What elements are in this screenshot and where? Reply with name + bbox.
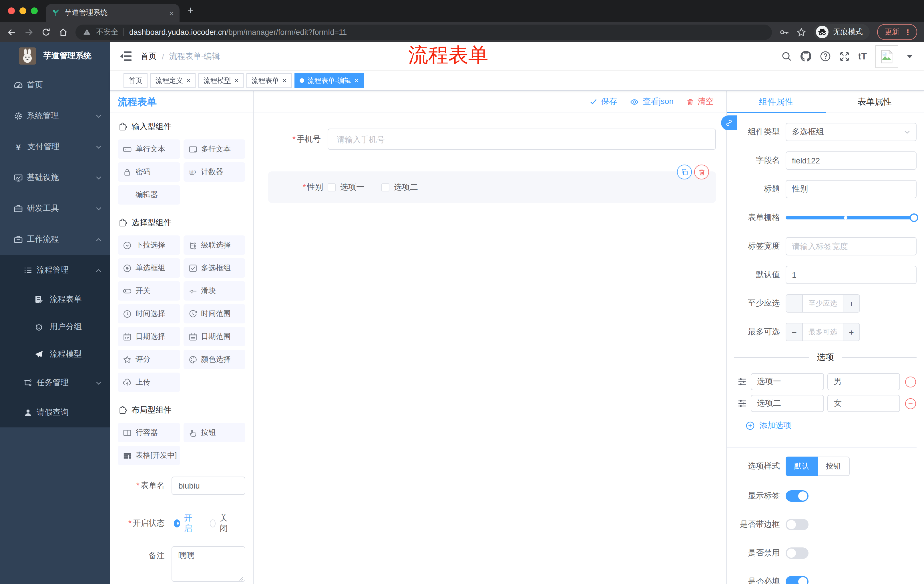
remark-textarea[interactable]: 嘿嘿 [172, 546, 245, 582]
canvas-field-phone[interactable]: *手机号 [262, 128, 716, 150]
tag-process-definition[interactable]: 流程定义× [150, 73, 196, 88]
comp-row-container[interactable]: 行容器 [118, 423, 180, 442]
tag-close-icon[interactable]: × [282, 77, 287, 84]
required-toggle[interactable] [785, 576, 808, 584]
option-label-input[interactable] [751, 395, 824, 412]
back-icon[interactable] [7, 27, 16, 37]
sidebar-logo[interactable]: 芋道管理系统 [0, 42, 110, 70]
tag-process-form[interactable]: 流程表单× [246, 73, 292, 88]
drag-handle-icon[interactable] [737, 399, 747, 408]
border-toggle[interactable] [785, 519, 808, 530]
comp-table[interactable]: 表格[开发中] [118, 446, 180, 465]
github-icon[interactable] [800, 51, 811, 62]
stepper-decrease-button[interactable]: − [786, 323, 803, 341]
component-type-select[interactable]: 多选框组 [785, 123, 917, 141]
tag-home[interactable]: 首页 [124, 73, 147, 88]
sidebar-item-leave-query[interactable]: 请假查询 [0, 398, 110, 428]
drag-handle-icon[interactable] [737, 377, 747, 386]
comp-rate[interactable]: 评分 [118, 350, 180, 369]
resize-handle-icon[interactable] [239, 577, 244, 581]
comp-input-text[interactable]: 单行文本 [118, 140, 180, 159]
form-grid-slider[interactable] [785, 216, 917, 219]
comp-checkbox-group[interactable]: 多选框组 [183, 258, 245, 278]
minimize-window-button[interactable] [20, 7, 26, 14]
reload-icon[interactable] [41, 27, 51, 37]
default-value-input[interactable] [785, 266, 917, 284]
stepper-decrease-button[interactable]: − [786, 295, 803, 312]
breadcrumb-home[interactable]: 首页 [141, 51, 157, 61]
comp-date-picker[interactable]: 日期选择 [118, 327, 180, 346]
option-value-input[interactable] [827, 395, 900, 412]
comp-upload[interactable]: 上传 [118, 373, 180, 392]
sidebar-item-infra[interactable]: 基础设施 [0, 162, 110, 193]
bookmark-star-icon[interactable] [797, 27, 806, 37]
checkbox-option-1[interactable]: 选项一 [328, 182, 364, 192]
save-button[interactable]: 保存 [590, 97, 617, 107]
password-key-icon[interactable] [779, 27, 789, 37]
stepper-value[interactable]: 最多可选 [803, 323, 843, 341]
stepper-increase-button[interactable]: + [843, 323, 860, 341]
sidebar-item-devtools[interactable]: 研发工具 [0, 193, 110, 224]
tag-close-icon[interactable]: × [234, 77, 238, 84]
panel-link-handle[interactable] [721, 115, 737, 130]
style-default-button[interactable]: 默认 [785, 457, 818, 476]
new-tab-button[interactable]: + [188, 5, 193, 15]
comp-password[interactable]: 密码 [118, 162, 180, 182]
sidebar-item-task-mgmt[interactable]: 任务管理 [0, 368, 110, 398]
phone-input[interactable] [328, 128, 716, 150]
tab-form-props[interactable]: 表单属性 [825, 91, 924, 113]
tag-close-icon[interactable]: × [186, 77, 190, 84]
view-json-button[interactable]: 查看json [630, 97, 673, 107]
remove-option-button[interactable]: − [905, 376, 916, 387]
sidebar-item-process-mgmt[interactable]: 流程管理 [0, 255, 110, 286]
tag-process-model[interactable]: 流程模型× [198, 73, 244, 88]
radio-open[interactable]: 开启 [174, 513, 196, 534]
label-width-input[interactable] [785, 237, 917, 255]
stepper-increase-button[interactable]: + [843, 295, 860, 312]
sidebar-item-workflow[interactable]: 工作流程 [0, 224, 110, 255]
add-option-button[interactable]: 添加选项 [746, 420, 917, 431]
disabled-toggle[interactable] [785, 548, 808, 559]
browser-tab[interactable]: 芋道管理系统 × [46, 4, 180, 22]
address-bar[interactable]: 不安全 dashboard.yudao.iocoder.cn/bpm/manag… [76, 24, 772, 40]
comp-button[interactable]: 按钮 [183, 423, 245, 442]
sidebar-item-home[interactable]: 首页 [0, 70, 110, 100]
maximize-window-button[interactable] [31, 7, 38, 14]
comp-switch[interactable]: 开关 [118, 281, 180, 301]
comp-slider[interactable]: 滑块 [183, 281, 245, 301]
tag-close-icon[interactable]: × [355, 77, 358, 84]
close-window-button[interactable] [8, 7, 15, 14]
comp-radio-group[interactable]: 单选框组 [118, 258, 180, 278]
font-size-icon[interactable]: tT [858, 51, 867, 61]
home-icon[interactable] [58, 27, 68, 37]
tag-process-form-edit[interactable]: 流程表单-编辑× [294, 73, 364, 88]
comp-time-picker[interactable]: 时间选择 [118, 304, 180, 323]
comp-time-range[interactable]: 时间范围 [183, 304, 245, 323]
checkbox-option-2[interactable]: 选项二 [381, 182, 418, 192]
style-button-button[interactable]: 按钮 [818, 457, 850, 476]
clear-button[interactable]: 清空 [686, 97, 714, 107]
comp-color-picker[interactable]: 颜色选择 [183, 350, 245, 369]
comp-select[interactable]: 下拉选择 [118, 235, 180, 255]
security-warning-icon[interactable] [83, 28, 91, 36]
comp-editor[interactable]: 编辑器 [118, 185, 180, 204]
sidebar-item-process-form[interactable]: 流程表单 [0, 286, 110, 313]
help-icon[interactable] [820, 51, 831, 62]
form-name-input[interactable] [172, 477, 245, 495]
canvas-field-gender-selected[interactable]: *性别 选项一 选项二 [268, 171, 716, 203]
comp-textarea[interactable]: 多行文本 [183, 140, 245, 159]
browser-menu-icon[interactable]: ⋮ [904, 28, 911, 36]
stepper-value[interactable]: 至少应选 [803, 295, 843, 312]
sidebar-item-user-group[interactable]: 用户分组 [0, 313, 110, 341]
field-title-input[interactable] [785, 180, 917, 198]
comp-counter[interactable]: 123计数器 [183, 162, 245, 182]
tab-component-props[interactable]: 组件属性 [727, 91, 825, 113]
hamburger-icon[interactable] [120, 51, 132, 61]
comp-cascader[interactable]: 级联选择 [183, 235, 245, 255]
option-label-input[interactable] [751, 373, 824, 390]
sidebar-item-system[interactable]: 系统管理 [0, 100, 110, 132]
fullscreen-icon[interactable] [839, 51, 850, 61]
avatar-caret-icon[interactable] [907, 54, 912, 58]
field-name-input[interactable] [785, 151, 917, 170]
remove-option-button[interactable]: − [905, 398, 916, 409]
